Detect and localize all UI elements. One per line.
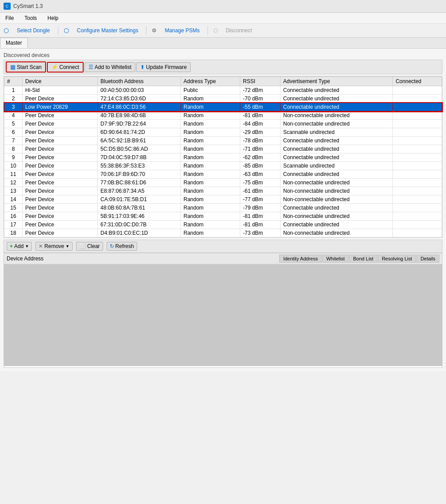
col-header-rssi: RSSI	[240, 77, 281, 86]
manage-psms-button[interactable]: Manage PSMs	[162, 27, 202, 34]
device-list-content: Device Address Identity Address Whitelis…	[4, 253, 442, 368]
device-list-section: + Add ▼ ✕ Remove ▼ ⬜ Clear ↻ Refresh Dev…	[4, 240, 442, 368]
col-header-adv-type: Advertisement Type	[280, 77, 392, 86]
tab-bar: Master	[0, 38, 446, 49]
device-list-header: Device Address Identity Address Whitelis…	[4, 253, 442, 264]
refresh-button[interactable]: ↻ Refresh	[107, 242, 137, 251]
configure-master-button[interactable]: Configure Master Settings	[74, 27, 141, 34]
device-list-toolbar: + Add ▼ ✕ Remove ▼ ⬜ Clear ↻ Refresh	[4, 240, 442, 253]
menu-file[interactable]: File	[4, 14, 15, 22]
connect-label: Connect	[59, 64, 79, 70]
bluetooth-icon-dongle: ⬡	[4, 27, 9, 34]
table-header-row: # Device Bluetooth Address Address Type …	[4, 77, 442, 86]
table-row[interactable]: 4Peer Device40:7B:E8:98:4D:6BRandom-81 d…	[4, 111, 442, 120]
action-buttons-bar: ▦ Start Scan ⚡ Connect ☰ Add to Whitelis…	[4, 60, 442, 74]
remove-button[interactable]: ✕ Remove ▼	[35, 242, 73, 251]
add-button[interactable]: + Add ▼	[7, 242, 32, 251]
table-row[interactable]: 1Hi-Sid00:A0:50:00:00:03Public-72 dBmCon…	[4, 86, 442, 95]
table-row[interactable]: 6Peer Device6D:90:64:81:74:2DRandom-29 d…	[4, 128, 442, 137]
update-firmware-label: Update Firmware	[146, 64, 187, 70]
menu-tools[interactable]: Tools	[23, 14, 38, 22]
add-to-whitelist-label: Add to Whitelist	[95, 64, 131, 70]
device-table-body: 1Hi-Sid00:A0:50:00:00:03Public-72 dBmCon…	[4, 86, 442, 237]
start-scan-label: Start Scan	[17, 64, 42, 70]
table-row[interactable]: 14Peer DeviceCA:09:01:7E:5B:D1Random-77 …	[4, 195, 442, 204]
device-list-tabs: Identity Address Whitelist Bond List Res…	[279, 255, 439, 263]
tab-whitelist[interactable]: Whitelist	[322, 255, 349, 263]
refresh-label: Refresh	[115, 243, 134, 249]
scan-icon: ▦	[10, 64, 15, 70]
menu-help[interactable]: Help	[46, 14, 60, 22]
firmware-icon: ⬆	[140, 64, 145, 70]
main-toolbar: ⬡ Select Dongle ⬡ Configure Master Setti…	[0, 24, 446, 38]
col-header-device: Device	[23, 77, 98, 86]
tab-bond-list[interactable]: Bond List	[349, 255, 377, 263]
table-row[interactable]: 15Peer Device48:0B:60:8A:7B:61Random-79 …	[4, 204, 442, 212]
remove-icon: ✕	[38, 243, 43, 249]
clear-icon: ⬜	[79, 243, 86, 249]
table-row[interactable]: 18Peer DeviceD4:B9:01:C0:EC:1DRandom-73 …	[4, 229, 442, 237]
table-row[interactable]: 13Peer DeviceE8:87:06:87:34:A5Random-61 …	[4, 187, 442, 195]
add-to-whitelist-button[interactable]: ☰ Add to Whitelist	[85, 62, 135, 72]
table-row[interactable]: 7Peer Device6A:5C:92:1B:B9:61Random-78 d…	[4, 137, 442, 145]
col-header-num: #	[4, 77, 23, 86]
table-row[interactable]: 5Peer DeviceD7:9F:9D:7B:22:64Random-84 d…	[4, 120, 442, 128]
tab-master[interactable]: Master	[0, 38, 28, 48]
col-header-bt-address: Bluetooth Address	[98, 77, 181, 86]
refresh-icon: ↻	[110, 243, 114, 249]
tab-resolving-list[interactable]: Resolving List	[378, 255, 416, 263]
device-table-container: # Device Bluetooth Address Address Type …	[4, 76, 442, 238]
remove-dropdown-icon: ▼	[65, 244, 69, 248]
table-row[interactable]: 17Peer Device67:31:0D:0C:D0:7BRandom-81 …	[4, 221, 442, 229]
table-row[interactable]: 16Peer Device5B:91:17:03:9E:46Random-81 …	[4, 212, 442, 221]
table-row[interactable]: 12Peer Device77:0B:BC:88:61:D6Random-75 …	[4, 179, 442, 187]
disconnect-icon: ⬡	[213, 27, 218, 34]
table-row[interactable]: 10Peer Device55:38:B6:3F:53:E3Random-85 …	[4, 162, 442, 170]
start-scan-button[interactable]: ▦ Start Scan	[6, 61, 46, 73]
title-bar: C CySmart 1.3	[0, 0, 446, 13]
connect-icon: ⚡	[51, 64, 58, 70]
menu-bar: File Tools Help	[0, 13, 446, 24]
table-row[interactable]: 9Peer Device7D:04:0C:59:D7:8BRandom-62 d…	[4, 153, 442, 162]
main-content: Discovered devices ▦ Start Scan ⚡ Connec…	[0, 49, 446, 371]
tab-identity-address[interactable]: Identity Address	[279, 255, 322, 263]
update-firmware-button[interactable]: ⬆ Update Firmware	[136, 62, 191, 72]
toolbar-separator-3	[208, 26, 208, 35]
device-table: # Device Bluetooth Address Address Type …	[4, 76, 442, 237]
table-row[interactable]: 11Peer Device70:06:1F:B9:6D:70Random-63 …	[4, 170, 442, 179]
tab-details[interactable]: Details	[416, 255, 439, 263]
add-label: Add	[14, 243, 23, 249]
table-row[interactable]: 8Peer Device5C:D5:B0:5C:86:ADRandom-71 d…	[4, 145, 442, 153]
app-icon: C	[4, 3, 11, 10]
wrench-icon: ⚙	[152, 27, 157, 34]
connect-button[interactable]: ⚡ Connect	[47, 62, 84, 73]
select-dongle-button[interactable]: Select Dongle	[14, 27, 53, 34]
bluetooth-icon-master: ⬡	[64, 27, 69, 34]
table-row[interactable]: 3Low Power 2082947:E4:86:0C:D3:56Random-…	[4, 103, 442, 111]
device-address-col-label: Device Address	[7, 256, 43, 262]
toolbar-separator-1	[58, 26, 58, 35]
app-title: CySmart 1.3	[13, 3, 43, 9]
clear-label: Clear	[87, 243, 100, 249]
clear-button[interactable]: ⬜ Clear	[76, 242, 103, 251]
toolbar-separator-2	[146, 26, 146, 35]
add-icon: +	[10, 243, 13, 249]
device-list-body	[4, 264, 442, 366]
disconnect-button[interactable]: Disconnect	[223, 27, 254, 34]
whitelist-icon: ☰	[88, 64, 93, 70]
col-header-addr-type: Address Type	[181, 77, 240, 86]
discovered-devices-label: Discovered devices	[4, 52, 442, 58]
add-dropdown-icon: ▼	[25, 244, 29, 248]
table-row[interactable]: 2Peer Device72:14:C3:85:D3:6DRandom-70 d…	[4, 95, 442, 103]
remove-label: Remove	[44, 243, 64, 249]
col-header-connected: Connected	[393, 77, 442, 86]
